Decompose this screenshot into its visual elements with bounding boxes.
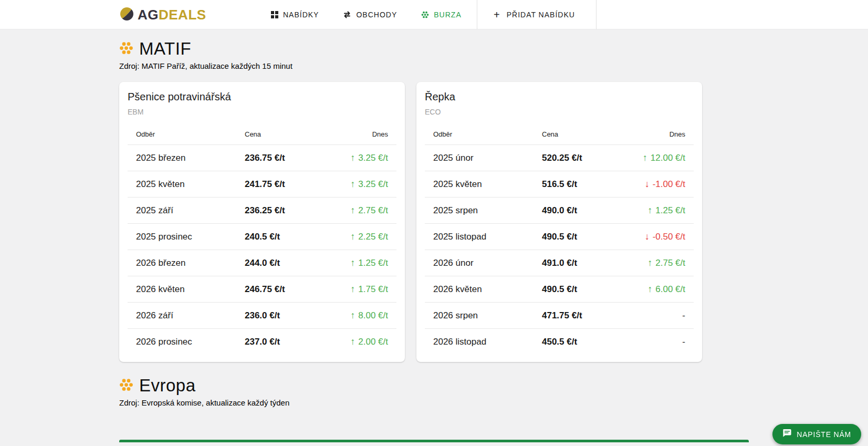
commodity-card-repka: Řepka ECO Odběr Cena Dnes 2025 únor 520.…: [416, 82, 702, 362]
section-title-evropa: Evropa: [139, 376, 196, 396]
change-arrow-icon: ↑: [647, 284, 652, 294]
card-title: Pšenice potravinářská: [128, 90, 396, 103]
table-row: 2025 listopad 490.5 €/t ↓-0.50 €/t: [425, 224, 694, 250]
add-offer-button[interactable]: + PŘIDAT NABÍDKU: [494, 0, 575, 29]
contact-chat-button[interactable]: NAPIŠTE NÁM: [772, 424, 861, 444]
delivery-cell: 2026 prosinec: [128, 329, 236, 355]
commodity-card-psenice: Pšenice potravinářská EBM Odběr Cena Dne…: [119, 82, 405, 362]
delivery-cell: 2026 březen: [128, 250, 236, 276]
col-header-price: Cena: [534, 126, 633, 145]
grain-icon: [421, 11, 429, 18]
change-cell: ↑2.75 €/t: [336, 198, 396, 224]
change-arrow-icon: ↑: [647, 257, 652, 268]
exchange-icon: [343, 11, 351, 18]
delivery-cell: 2025 prosinec: [128, 224, 236, 250]
change-arrow-icon: ↑: [643, 152, 647, 163]
delivery-cell: 2025 květen: [425, 171, 534, 198]
table-row: 2025 květen 516.5 €/t ↓-1.00 €/t: [425, 171, 694, 198]
nav-divider: [477, 0, 477, 29]
table-row: 2025 září 236.25 €/t ↑2.75 €/t: [128, 198, 396, 224]
chat-icon: [782, 429, 792, 439]
delivery-cell: 2025 září: [128, 198, 236, 224]
page-content: MATIF Zdroj: MATIF Paříž, aktualizace ka…: [119, 39, 749, 442]
table-header-row: Odběr Cena Dnes: [128, 126, 396, 145]
table-row: 2025 březen 236.75 €/t ↑3.25 €/t: [128, 145, 396, 171]
price-cell: 450.5 €/t: [534, 329, 633, 355]
price-cell: 240.5 €/t: [236, 224, 336, 250]
agdeals-logo[interactable]: AGDEALS: [120, 0, 206, 29]
change-arrow-icon: ↑: [350, 310, 355, 320]
section-title-matif: MATIF: [139, 39, 191, 59]
delivery-cell: 2026 květen: [128, 276, 236, 303]
matif-source-text: Zdroj: MATIF Paříž, aktualizace každých …: [119, 61, 749, 70]
change-arrow-icon: ↑: [647, 205, 652, 215]
table-header-row: Odběr Cena Dnes: [425, 126, 694, 145]
price-cell: 246.75 €/t: [236, 276, 336, 303]
change-cell: ↑12.00 €/t: [633, 145, 694, 171]
price-cell: 490.0 €/t: [534, 198, 633, 224]
change-arrow-icon: ↑: [350, 336, 355, 347]
change-cell: ↓-1.00 €/t: [633, 171, 694, 198]
change-cell: -: [633, 303, 694, 329]
nav-item-nabidky[interactable]: NABÍDKY: [271, 0, 319, 29]
nav-item-burza[interactable]: BURZA: [421, 0, 461, 29]
table-row: 2026 listopad 450.5 €/t -: [425, 329, 694, 355]
delivery-cell: 2026 květen: [425, 276, 534, 303]
top-navigation-bar: AGDEALS NABÍDKY OBCHODY: [0, 0, 868, 29]
table-row: 2026 září 236.0 €/t ↑8.00 €/t: [128, 303, 396, 329]
quotes-table-body: 2025 únor 520.25 €/t ↑12.00 €/t 2025 kvě…: [425, 145, 694, 355]
col-header-delivery: Odběr: [128, 126, 236, 145]
quotes-table: Odběr Cena Dnes 2025 únor 520.25 €/t ↑12…: [425, 126, 694, 355]
col-header-today: Dnes: [336, 126, 396, 145]
price-cell: 516.5 €/t: [534, 171, 633, 198]
nav-divider: [596, 0, 597, 29]
nav-item-label: OBCHODY: [356, 11, 397, 19]
table-row: 2026 prosinec 237.0 €/t ↑2.00 €/t: [128, 329, 396, 355]
change-arrow-icon: ↑: [350, 152, 355, 163]
change-cell: ↑1.25 €/t: [633, 198, 694, 224]
change-arrow-icon: ↑: [350, 205, 355, 215]
table-row: 2026 květen 246.75 €/t ↑1.75 €/t: [128, 276, 396, 303]
change-cell: ↑8.00 €/t: [336, 303, 396, 329]
change-cell: ↑2.25 €/t: [336, 224, 396, 250]
table-row: 2026 únor 491.0 €/t ↑2.75 €/t: [425, 250, 694, 276]
change-arrow-icon: ↓: [645, 231, 650, 242]
change-cell: ↑1.25 €/t: [336, 250, 396, 276]
matif-section-heading: MATIF: [119, 39, 749, 59]
change-cell: ↑1.75 €/t: [336, 276, 396, 303]
delivery-cell: 2025 listopad: [425, 224, 534, 250]
price-cell: 241.75 €/t: [236, 171, 336, 198]
add-offer-label: PŘIDAT NABÍDKU: [507, 11, 575, 19]
change-cell: ↑6.00 €/t: [633, 276, 694, 303]
nav-item-obchody[interactable]: OBCHODY: [343, 0, 397, 29]
evropa-table-top-edge: [119, 440, 749, 442]
change-cell: ↓-0.50 €/t: [633, 224, 694, 250]
delivery-cell: 2026 listopad: [425, 329, 534, 355]
table-row: 2026 srpen 471.75 €/t -: [425, 303, 694, 329]
change-arrow-icon: ↑: [350, 231, 355, 242]
delivery-cell: 2026 září: [128, 303, 236, 329]
price-cell: 490.5 €/t: [534, 224, 633, 250]
grain-icon: [119, 42, 133, 57]
chat-button-label: NAPIŠTE NÁM: [797, 430, 851, 439]
card-title: Řepka: [425, 90, 694, 103]
grain-icon: [119, 378, 133, 393]
change-cell: ↑2.00 €/t: [336, 329, 396, 355]
card-ticker-code: ECO: [425, 108, 694, 117]
grid-icon: [271, 11, 278, 18]
agdeals-logo-icon: [120, 7, 134, 23]
change-arrow-icon: ↑: [350, 257, 355, 268]
col-header-today: Dnes: [633, 126, 694, 145]
delivery-cell: 2025 únor: [425, 145, 534, 171]
delivery-cell: 2026 únor: [425, 250, 534, 276]
price-cell: 490.5 €/t: [534, 276, 633, 303]
price-cell: 236.75 €/t: [236, 145, 336, 171]
evropa-section-heading: Evropa: [119, 376, 749, 396]
table-row: 2026 březen 244.0 €/t ↑1.25 €/t: [128, 250, 396, 276]
change-arrow-icon: ↑: [350, 284, 355, 294]
delivery-cell: 2026 srpen: [425, 303, 534, 329]
table-row: 2025 únor 520.25 €/t ↑12.00 €/t: [425, 145, 694, 171]
agdeals-logo-text: AGDEALS: [138, 7, 206, 23]
plus-icon: +: [494, 9, 500, 20]
change-arrow-icon: ↓: [645, 179, 650, 189]
